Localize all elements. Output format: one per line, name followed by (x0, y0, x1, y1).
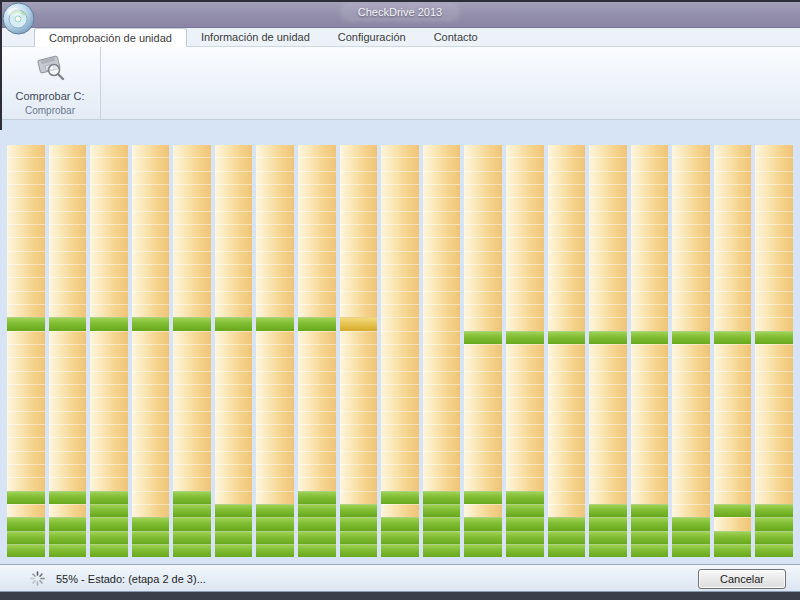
disk-block (381, 291, 419, 304)
disk-block (340, 157, 378, 170)
disk-block (672, 171, 710, 184)
disk-block (132, 211, 170, 224)
disk-block (672, 251, 710, 264)
disk-block (506, 291, 544, 304)
disk-block (506, 157, 544, 170)
disk-block (7, 157, 45, 170)
disk-block (173, 304, 211, 317)
disk-block (173, 171, 211, 184)
disk-block (298, 331, 336, 344)
disk-block (672, 145, 710, 157)
disk-block (173, 251, 211, 264)
disk-block (7, 544, 45, 557)
disk-block (548, 197, 586, 210)
disk-block (631, 291, 669, 304)
disk-block (381, 197, 419, 210)
disk-block (173, 424, 211, 437)
disk-block (132, 224, 170, 237)
disk-block (90, 424, 128, 437)
disk-block (132, 477, 170, 490)
disk-block (755, 451, 793, 464)
disk-block (340, 424, 378, 437)
disk-block (90, 304, 128, 317)
disk-block (423, 304, 461, 317)
disk-block (755, 531, 793, 544)
cancel-button[interactable]: Cancelar (698, 569, 786, 589)
disk-block (548, 424, 586, 437)
disk-block (7, 344, 45, 357)
disk-block (49, 145, 87, 157)
disk-block (132, 331, 170, 344)
disk-block (7, 531, 45, 544)
disk-block (506, 517, 544, 530)
disk-block (256, 197, 294, 210)
disk-block (589, 157, 627, 170)
disk-block (423, 451, 461, 464)
disk-block (464, 357, 502, 370)
disk-block (340, 171, 378, 184)
app-orb-icon[interactable] (2, 2, 35, 35)
disk-block (215, 184, 253, 197)
disk-block (548, 397, 586, 410)
disk-block (298, 491, 336, 504)
titlebar[interactable]: CheckDrive 2013 (0, 0, 800, 28)
disk-block (215, 397, 253, 410)
disk-block (381, 277, 419, 290)
disk-block (49, 304, 87, 317)
disk-block (215, 197, 253, 210)
disk-block (49, 411, 87, 424)
disk-block (714, 171, 752, 184)
disk-block (340, 251, 378, 264)
disk-block (548, 344, 586, 357)
disk-block (631, 517, 669, 530)
tab-configuracion[interactable]: Configuración (324, 28, 420, 46)
disk-block (381, 371, 419, 384)
disk-block (672, 411, 710, 424)
disk-block (256, 451, 294, 464)
disk-block (381, 424, 419, 437)
disk-block (548, 464, 586, 477)
disk-block (173, 264, 211, 277)
disk-block (256, 171, 294, 184)
disk-block (7, 171, 45, 184)
disk-block (7, 504, 45, 517)
disk-block (132, 517, 170, 530)
disk-block (132, 357, 170, 370)
disk-block (90, 264, 128, 277)
disk-block (215, 277, 253, 290)
tab-contacto[interactable]: Contacto (420, 28, 492, 46)
block-column (7, 145, 45, 557)
disk-block (215, 171, 253, 184)
disk-block (672, 517, 710, 530)
disk-block (589, 384, 627, 397)
disk-block (589, 251, 627, 264)
disk-block (173, 317, 211, 330)
tab-informacion-de-unidad[interactable]: Información de unidad (187, 28, 324, 46)
disk-block (132, 304, 170, 317)
disk-block (714, 264, 752, 277)
disk-block (506, 237, 544, 250)
disk-block (506, 331, 544, 344)
disk-block (298, 477, 336, 490)
disk-block (132, 531, 170, 544)
disk-block (755, 464, 793, 477)
disk-block (423, 291, 461, 304)
block-column (631, 145, 669, 557)
comprobar-c-label: Comprobar C: (15, 90, 84, 102)
disk-block (548, 291, 586, 304)
disk-block (631, 544, 669, 557)
disk-block (256, 544, 294, 557)
disk-block (173, 477, 211, 490)
disk-block (49, 451, 87, 464)
comprobar-c-button[interactable]: Comprobar C: (4, 53, 96, 102)
disk-block (340, 517, 378, 530)
disk-block (589, 357, 627, 370)
disk-block (90, 371, 128, 384)
disk-block (714, 544, 752, 557)
tab-comprobacion-de-unidad[interactable]: Comprobación de unidad (34, 28, 187, 47)
disk-block (714, 384, 752, 397)
disk-block (256, 357, 294, 370)
disk-block (548, 237, 586, 250)
disk-block (506, 224, 544, 237)
disk-block (7, 251, 45, 264)
